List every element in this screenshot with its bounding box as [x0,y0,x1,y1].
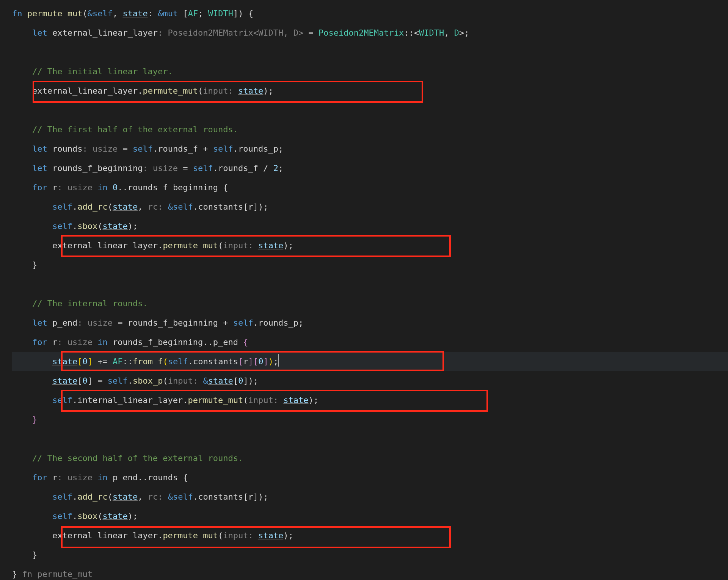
code-line[interactable]: state[0] = self.sbox_p(input: &state[0])… [12,371,728,390]
code-line[interactable]: self.internal_linear_layer.permute_mut(i… [12,390,728,410]
lit-0: 0 [258,357,263,366]
colon: : [148,9,158,18]
inlay-type-hint: : Poseidon2MEMatrix<WIDTH, D> [158,28,303,38]
code-line[interactable]: self.add_rc(state, rc: &self.constants[r… [12,487,728,506]
code-editor[interactable]: fn permute_mut(&self, state: &mut [AF; W… [0,0,728,580]
recv-ell: external_linear_layer [52,241,158,250]
const-width: WIDTH [419,28,444,38]
paren-close: ) [309,395,314,405]
state: state [52,357,77,366]
paren-close: ) [248,376,253,386]
comma: , [138,202,148,212]
semicolon: ; [263,202,268,212]
lit-0: 0 [82,376,87,386]
paren-close: ) [283,531,288,540]
keyword-in: in [93,473,113,482]
code-line[interactable]: self.add_rc(state, rc: &self.constants[r… [12,197,728,216]
indent [12,511,52,521]
paren-open: ( [82,9,87,18]
code-line[interactable]: } [12,410,728,429]
semicolon: ; [133,511,138,521]
indent [12,453,32,463]
code-line[interactable]: let p_end: usize = rounds_f_beginning + … [12,313,728,332]
code-line-blank[interactable] [12,429,728,448]
arg-state: state [102,511,127,521]
code-line[interactable]: self.sbox(state); [12,506,728,526]
dot: . [158,531,163,540]
code-line-current[interactable]: state[0] += AF::from_f(self.constants[r]… [12,352,728,371]
p-end: p_end [213,337,238,347]
amp: & [158,9,163,18]
code-line[interactable]: // The second half of the external round… [12,448,728,468]
code-line[interactable]: for r: usize in p_end..rounds { [12,468,728,487]
inlay-type-hint: : usize [57,473,93,482]
bracket-open: [ [233,376,238,386]
paren-close: ) [263,86,268,96]
code-line[interactable]: external_linear_layer.permute_mut(input:… [12,526,728,545]
code-line[interactable]: let rounds: usize = self.rounds_f + self… [12,139,728,158]
indent [12,550,32,560]
r: r [243,357,248,366]
indent [12,473,32,482]
code-line[interactable]: let rounds_f_beginning: usize = self.rou… [12,158,728,178]
indent [12,144,32,154]
indent [12,221,52,231]
code-area[interactable]: fn permute_mut(&self, state: &mut [AF; W… [2,4,728,580]
code-line[interactable]: } [12,545,728,564]
code-line[interactable]: // The internal rounds. [12,294,728,313]
keyword-for: for [32,183,52,192]
field-rounds-f: rounds_f [218,163,258,173]
dot: . [193,202,198,212]
bracket-close: ] [88,357,93,366]
indent [12,125,32,134]
lit-0: 0 [113,183,118,192]
dot: . [183,395,188,405]
comma: , [113,9,123,18]
arg-state: state [258,241,283,250]
code-line[interactable]: for r: usize in rounds_f_beginning..p_en… [12,332,728,352]
lit-0: 0 [238,376,243,386]
semicolon: ; [278,163,283,173]
arg-state: state [102,221,127,231]
var-ell: external_linear_layer [52,28,158,38]
call-add-rc: add_rc [77,202,107,212]
code-line-blank[interactable] [12,42,728,62]
code-line[interactable]: for r: usize in 0..rounds_f_beginning { [12,178,728,197]
code-line[interactable]: let external_linear_layer: Poseidon2MEMa… [12,23,728,42]
inlay-param-rc: rc: [148,202,168,212]
code-line-blank[interactable] [12,100,728,120]
dot: . [233,144,238,154]
self: self [133,144,153,154]
code-line[interactable]: } fn permute_mut [12,564,728,580]
paren-close: ) [128,511,133,521]
brace-open: { [248,9,253,18]
code-line[interactable]: external_linear_layer.permute_mut(input:… [12,81,728,100]
bracket-close: ] [243,376,248,386]
paren-open: ( [218,241,223,250]
bracket-open: [ [238,357,243,366]
code-line[interactable]: self.sbox(state); [12,216,728,236]
self: self [93,9,113,18]
blank [12,105,17,115]
code-line[interactable]: fn permute_mut(&self, state: &mut [AF; W… [12,4,728,23]
lit-2: 2 [273,163,278,173]
indent [12,492,52,502]
mut: mut [163,9,183,18]
dot: . [188,357,193,366]
constants: constants [193,357,238,366]
code-line[interactable]: // The first half of the external rounds… [12,120,728,139]
plus: + [218,318,233,328]
space [238,337,243,347]
indent [12,357,52,366]
recv-ell: external_linear_layer [32,86,138,96]
code-line[interactable]: external_linear_layer.permute_mut(input:… [12,236,728,255]
indent [12,395,52,405]
code-line[interactable]: } [12,255,728,274]
bracket-open: [ [77,376,82,386]
code-line[interactable]: // The initial linear layer. [12,62,728,81]
bracket-close: ] [248,357,253,366]
dot: . [253,318,258,328]
code-line-blank[interactable] [12,274,728,294]
bracket-open: [ [243,202,248,212]
paren-open: ( [163,376,168,386]
